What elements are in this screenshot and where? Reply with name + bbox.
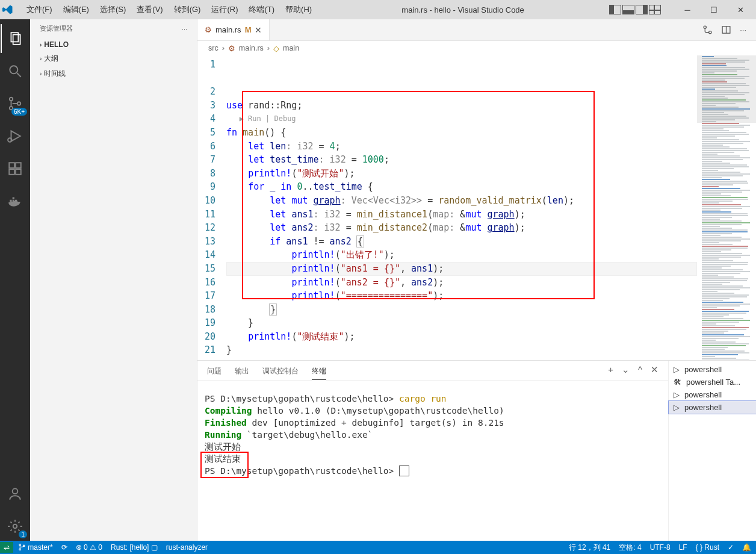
code-line[interactable]: } [226, 343, 697, 357]
status-item[interactable]: 空格: 4 [619, 543, 641, 553]
code-line[interactable]: use rand::Rng; [226, 99, 697, 113]
code-content[interactable]: use rand::Rng; ▶ Run | Debugfn main() { … [226, 55, 697, 360]
code-line[interactable]: println!("ans2 = {}", ans2); [226, 276, 697, 290]
run-debug-icon[interactable] [1, 122, 29, 151]
rust-file-icon: ⚙ [228, 44, 235, 53]
code-line[interactable]: } [226, 303, 697, 317]
editor-actions: ··· [702, 19, 756, 40]
status-item[interactable]: { } Rust [696, 543, 719, 552]
layout-grid-icon[interactable] [649, 5, 661, 14]
code-line[interactable]: println!("出错了!"); [226, 248, 697, 262]
menu-item[interactable]: 文件(F) [22, 2, 57, 17]
menu-item[interactable]: 转到(G) [169, 2, 206, 17]
svg-point-2 [10, 66, 17, 73]
sidebar-section[interactable]: ›时间线 [30, 66, 197, 81]
source-control-icon[interactable]: 6K+ [1, 89, 29, 118]
terminal-type-icon: ▷ [674, 403, 680, 412]
menu-item[interactable]: 编辑(E) [58, 2, 94, 17]
status-item[interactable]: ✓ [728, 543, 734, 552]
vscode-logo [2, 4, 22, 15]
panel-tab[interactable]: 终端 [312, 364, 326, 380]
scm-badge: 6K+ [11, 108, 27, 116]
menu-item[interactable]: 帮助(H) [280, 2, 317, 17]
terminal-output[interactable]: PS D:\mysetup\gopath\rustcode\hello> car… [197, 381, 668, 541]
explorer-icon[interactable] [1, 24, 29, 53]
svg-line-3 [17, 73, 21, 77]
sidebar-section[interactable]: ›大纲 [30, 51, 197, 66]
status-item[interactable]: LF [679, 543, 687, 552]
sidebar-section[interactable]: ›HELLO [30, 38, 197, 51]
maximize-button[interactable]: ☐ [701, 0, 727, 19]
remote-indicator[interactable]: ⇌ [0, 542, 13, 553]
code-line[interactable]: let test_time: i32 = 1000; [226, 153, 697, 167]
account-icon[interactable] [1, 479, 29, 508]
line-gutter[interactable]: 1 23456789101112131415161718192021 [197, 55, 226, 360]
layout-bottom-icon[interactable] [622, 5, 634, 14]
docker-icon[interactable] [1, 187, 29, 216]
menu-item[interactable]: 终端(T) [244, 2, 279, 17]
code-line[interactable]: } [226, 316, 697, 330]
code-line[interactable]: let ans2: i32 = min_distance2(map: &mut … [226, 221, 697, 235]
code-line[interactable] [226, 357, 697, 360]
panel-tab[interactable]: 输出 [235, 364, 249, 380]
new-terminal-icon[interactable]: + [608, 364, 613, 380]
breadcrumb-symbol[interactable]: main [283, 44, 299, 52]
tab-main-rs[interactable]: ⚙ main.rs M ✕ [197, 19, 270, 40]
codelens[interactable]: ▶ Run | Debug [226, 112, 697, 126]
breadcrumb-file[interactable]: main.rs [239, 44, 264, 52]
terminal-list-item[interactable]: ▷powershell [669, 401, 756, 414]
code-line[interactable]: let len: i32 = 4; [226, 140, 697, 154]
bell-icon[interactable]: 🔔 [742, 543, 751, 552]
status-item[interactable]: UTF-8 [650, 543, 671, 552]
layout-right-icon[interactable] [636, 5, 648, 14]
minimap[interactable] [697, 55, 756, 360]
split-editor-icon[interactable] [721, 25, 731, 35]
menu-item[interactable]: 运行(R) [206, 2, 243, 17]
tab-close-icon[interactable]: ✕ [255, 25, 262, 35]
layout-controls[interactable] [609, 5, 661, 14]
code-line[interactable]: if ans1 != ans2 { [226, 235, 697, 249]
code-line[interactable]: for _ in 0..test_time { [226, 180, 697, 194]
svg-rect-10 [9, 169, 14, 175]
terminal-list-item[interactable]: ▷powershell [669, 388, 756, 401]
more-actions-icon[interactable]: ··· [740, 25, 746, 34]
layout-left-icon[interactable] [609, 5, 621, 14]
menu-item[interactable]: 查看(V) [132, 2, 167, 17]
status-item[interactable]: master* [18, 543, 53, 552]
menu-item[interactable]: 选择(S) [95, 2, 131, 17]
terminal-type-icon: ▷ [674, 390, 680, 399]
minimap-slider[interactable] [697, 55, 756, 123]
breadcrumb-folder[interactable]: src [208, 44, 218, 52]
terminal-type-icon: 🛠 [674, 378, 681, 387]
extensions-icon[interactable] [1, 154, 29, 183]
close-panel-icon[interactable]: ✕ [651, 364, 658, 380]
search-icon[interactable] [1, 57, 29, 86]
maximize-panel-icon[interactable]: ^ [638, 364, 642, 380]
code-line[interactable]: let ans1: i32 = min_distance1(map: &mut … [226, 208, 697, 222]
code-line[interactable]: println!("==============="); [226, 289, 697, 303]
code-line[interactable]: println!("测试开始"); [226, 167, 697, 181]
breadcrumb[interactable]: src › ⚙ main.rs › ◇ main [197, 41, 756, 55]
terminal-list-item[interactable]: ▷powershell [669, 363, 756, 376]
minimize-button[interactable]: ─ [674, 0, 701, 19]
status-item[interactable]: rust-analyzer [166, 543, 208, 552]
code-line[interactable]: fn main() { [226, 126, 697, 140]
code-line[interactable]: let mut graph: Vec<Vec<i32>> = random_va… [226, 194, 697, 208]
settings-icon[interactable]: 1 [1, 512, 29, 541]
more-icon[interactable]: ··· [182, 25, 187, 33]
code-line[interactable]: println!("ans1 = {}", ans1); [226, 262, 697, 276]
symbol-icon: ◇ [273, 44, 279, 53]
panel-tab[interactable]: 问题 [207, 364, 222, 380]
status-item[interactable]: ⟳ [61, 543, 67, 552]
close-button[interactable]: ✕ [727, 0, 754, 19]
panel-tab[interactable]: 调试控制台 [262, 364, 299, 380]
code-editor[interactable]: 1 23456789101112131415161718192021 use r… [197, 55, 756, 360]
code-line[interactable]: println!("测试结束"); [226, 330, 697, 344]
terminal-dropdown-icon[interactable]: ⌄ [622, 364, 630, 380]
compare-icon[interactable] [702, 25, 713, 35]
status-item[interactable]: ⊗ 0 ⚠ 0 [76, 543, 102, 552]
status-item[interactable]: 行 12，列 41 [569, 543, 610, 553]
status-item[interactable]: Rust: [hello] ▢ [111, 543, 158, 552]
terminal-list-item[interactable]: 🛠powershell Ta... [669, 376, 756, 388]
svg-point-20 [19, 549, 21, 550]
